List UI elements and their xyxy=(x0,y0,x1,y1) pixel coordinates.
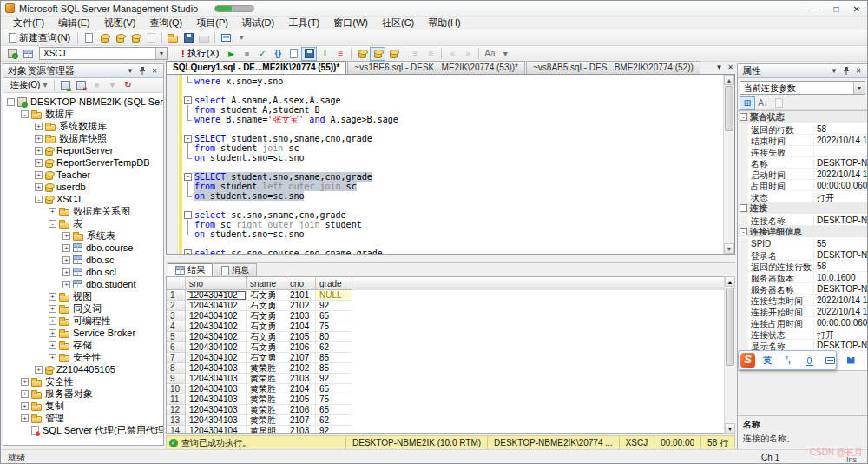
ime-mode-en[interactable]: 英 xyxy=(760,354,775,368)
open-database-icon-2[interactable] xyxy=(112,30,128,44)
row-number-cell[interactable]: 14 xyxy=(167,426,186,434)
tree-item[interactable]: SQL Server 代理(已禁用代理 XP) xyxy=(3,424,163,436)
property-row[interactable]: 结束时间2022/10/14 11:57:23 xyxy=(738,135,867,146)
tree-item[interactable]: +管理 xyxy=(3,412,163,424)
pin-icon[interactable] xyxy=(136,67,148,75)
tree-expand-box[interactable]: + xyxy=(49,305,56,313)
tree-expand-box[interactable]: + xyxy=(62,268,70,276)
section-collapse-icon[interactable]: - xyxy=(740,204,747,212)
panel-menu-icon[interactable]: ▼ xyxy=(124,67,136,75)
grid-cell[interactable]: 65 xyxy=(316,405,352,415)
tree-item[interactable]: +dbo.student xyxy=(3,278,163,290)
grid-cell[interactable]: 2103 xyxy=(286,374,316,384)
row-number-cell[interactable]: 8 xyxy=(167,363,186,374)
property-value[interactable]: 55 xyxy=(814,238,867,249)
increase-indent-icon[interactable]: » xyxy=(460,47,476,61)
pin-icon[interactable] xyxy=(840,67,852,75)
property-row[interactable]: 连接名称DESKTOP-NBME2IK xyxy=(738,215,867,226)
tree-item[interactable]: +同义词 xyxy=(3,302,163,315)
grid-cell[interactable]: 石文勇 xyxy=(247,311,286,321)
close-panel-icon[interactable]: ✕ xyxy=(852,67,865,75)
close-document-icon[interactable]: ✕ xyxy=(727,63,733,71)
scrollbar-thumb[interactable] xyxy=(726,288,734,366)
grid-cell[interactable]: 2101 xyxy=(286,290,316,301)
grid-cell[interactable]: 黄荣胜 xyxy=(247,374,286,384)
tree-item[interactable]: -表 xyxy=(3,217,163,229)
property-section[interactable]: -聚合状态 xyxy=(738,111,867,123)
estimated-plan-icon[interactable]: {} xyxy=(270,47,286,61)
grid-cell[interactable]: 2105 xyxy=(286,332,316,342)
tree-item[interactable]: +复制 xyxy=(3,400,163,412)
tree-item[interactable]: +系统数据库 xyxy=(3,120,163,132)
tree-item[interactable]: +系统表 xyxy=(3,229,163,242)
active-files-list-icon[interactable]: ▼ xyxy=(715,63,722,71)
object-explorer-tree[interactable]: -DESKTOP-NBME2IK (SQL Server 10.0.160-数据… xyxy=(3,94,163,445)
uncomment-icon[interactable]: ≡ xyxy=(423,47,438,61)
property-value[interactable]: 打开 xyxy=(814,191,867,202)
tree-expand-box[interactable]: + xyxy=(21,390,29,398)
tree-expand-box[interactable]: + xyxy=(35,159,43,167)
property-value[interactable]: DESKTOP-NBME2IK xyxy=(814,249,867,260)
connect-icon[interactable] xyxy=(57,78,73,92)
close-button[interactable]: ✕ xyxy=(853,4,860,14)
save-icon[interactable] xyxy=(181,30,196,44)
tree-item[interactable]: +安全性 xyxy=(3,351,163,363)
grid-cell[interactable]: 1204304102 xyxy=(186,311,247,321)
row-number-cell[interactable]: 1 xyxy=(167,290,186,301)
toolbar-overflow-icon[interactable]: ▾ xyxy=(233,30,249,44)
property-row[interactable]: SPID55 xyxy=(738,238,867,249)
property-value[interactable]: 2022/10/14 11:57:23 xyxy=(814,169,867,179)
new-document-icon[interactable] xyxy=(81,30,96,44)
grid-cell[interactable]: 石文勇 xyxy=(247,332,286,342)
grid-cell[interactable]: 石文勇 xyxy=(247,353,286,363)
maximize-button[interactable]: □ xyxy=(834,4,839,14)
sql-code-editor[interactable]: where x.sno=y.sno-select A.sname,A.ssex,… xyxy=(166,75,735,254)
query-designer-icon[interactable] xyxy=(286,47,301,61)
open-database-icon-1[interactable] xyxy=(96,30,112,44)
grid-cell[interactable]: 1204304102 xyxy=(186,321,247,332)
menu-item[interactable]: 社区(C) xyxy=(375,16,421,30)
tree-expand-box[interactable]: - xyxy=(7,98,15,106)
grid-cell[interactable]: 1204304103 xyxy=(186,384,247,394)
filter-icon[interactable]: ▼ xyxy=(104,78,120,92)
parse-query-icon[interactable]: ✓ xyxy=(254,47,270,61)
object-explorer-details-icon[interactable] xyxy=(20,47,36,61)
grid-cell[interactable]: 黄荣胜 xyxy=(247,394,286,405)
tree-expand-box[interactable]: + xyxy=(35,171,43,179)
document-tab[interactable]: SQLQuery1.sql - DE...ME2IK\20774 (55))* xyxy=(166,61,346,74)
properties-object-combobox[interactable]: 当前连接参数 ▼ xyxy=(740,81,865,95)
tree-expand-box[interactable]: + xyxy=(49,329,56,337)
row-number-cell[interactable]: 3 xyxy=(167,311,186,321)
menu-item[interactable]: 帮助(H) xyxy=(421,16,467,30)
decrease-indent-icon[interactable]: « xyxy=(444,47,460,61)
tab-messages[interactable]: 消息 xyxy=(214,263,257,276)
code-lines[interactable]: where x.sno=y.sno-select A.sname,A.ssex,… xyxy=(183,76,723,254)
property-row[interactable]: 服务器版本10.0.1600 xyxy=(738,272,867,283)
property-value[interactable]: 打开 xyxy=(814,328,867,339)
grid-cell[interactable]: 2102 xyxy=(286,363,316,374)
tree-expand-box[interactable]: + xyxy=(35,147,43,155)
grid-cell[interactable]: 2106 xyxy=(286,342,316,353)
scroll-down-icon[interactable]: ▼ xyxy=(724,243,734,254)
tree-expand-box[interactable]: - xyxy=(35,196,43,203)
tree-expand-box[interactable]: + xyxy=(21,414,29,422)
database-combobox[interactable]: XSCJ ▼ xyxy=(39,47,168,60)
tree-item[interactable]: -DESKTOP-NBME2IK (SQL Server 10.0.160 xyxy=(3,96,163,108)
grid-cell[interactable]: 1204304103 xyxy=(186,394,247,405)
tree-item[interactable]: +ReportServerTempDB xyxy=(3,156,163,169)
property-row[interactable]: 连接失败 xyxy=(738,146,867,157)
grid-cell[interactable]: 黄荣胜 xyxy=(247,363,286,374)
section-collapse-icon[interactable]: - xyxy=(740,228,747,235)
grid-cell[interactable]: NULL xyxy=(316,290,352,301)
grid-cell[interactable]: 92 xyxy=(316,426,352,434)
categorized-icon[interactable]: ⊞ xyxy=(740,96,755,110)
mic-icon[interactable] xyxy=(801,354,817,368)
property-value[interactable]: 2022/10/14 11:57:23 xyxy=(814,295,867,305)
document-tab[interactable]: ~vs8AB5.sql - DES...BME2IK\20774 (52)) xyxy=(526,61,700,74)
property-value[interactable]: 58 xyxy=(814,123,867,134)
stop-icon[interactable]: ■ xyxy=(89,78,104,92)
grid-cell[interactable]: 石文勇 xyxy=(247,342,286,353)
tree-item[interactable]: +数据库快照 xyxy=(3,132,163,144)
row-number-cell[interactable]: 12 xyxy=(167,405,186,415)
menu-item[interactable]: 项目(P) xyxy=(189,16,235,30)
